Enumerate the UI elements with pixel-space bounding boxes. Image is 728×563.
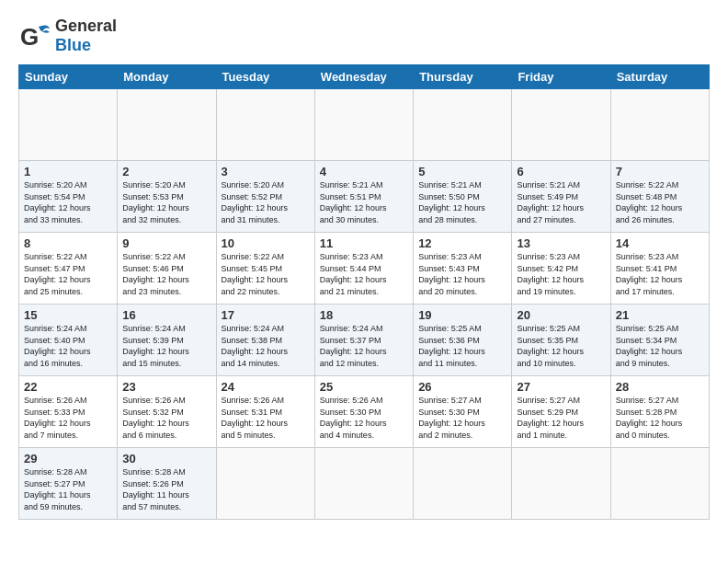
day-number: 7 <box>616 165 704 178</box>
calendar-cell: 26Sunrise: 5:27 AM Sunset: 5:30 PM Dayli… <box>414 376 512 448</box>
day-number: 14 <box>616 236 704 250</box>
calendar-cell <box>512 448 610 520</box>
day-info: Sunrise: 5:24 AM Sunset: 5:37 PM Dayligh… <box>320 323 408 369</box>
calendar-cell: 15Sunrise: 5:24 AM Sunset: 5:40 PM Dayli… <box>19 304 118 376</box>
calendar-cell <box>414 448 512 520</box>
day-info: Sunrise: 5:25 AM Sunset: 5:36 PM Dayligh… <box>418 323 506 369</box>
day-number: 6 <box>517 165 605 178</box>
day-number: 2 <box>122 165 210 178</box>
day-info: Sunrise: 5:22 AM Sunset: 5:48 PM Dayligh… <box>616 179 704 225</box>
day-info: Sunrise: 5:23 AM Sunset: 5:41 PM Dayligh… <box>616 251 704 297</box>
calendar-cell <box>610 89 709 161</box>
day-number: 13 <box>517 236 605 250</box>
calendar-cell: 14Sunrise: 5:23 AM Sunset: 5:41 PM Dayli… <box>610 233 709 304</box>
day-info: Sunrise: 5:26 AM Sunset: 5:32 PM Dayligh… <box>122 395 210 441</box>
calendar-cell: 27Sunrise: 5:27 AM Sunset: 5:29 PM Dayli… <box>512 376 610 448</box>
day-number: 28 <box>616 380 704 394</box>
day-info: Sunrise: 5:22 AM Sunset: 5:47 PM Dayligh… <box>24 251 112 297</box>
calendar-cell: 28Sunrise: 5:27 AM Sunset: 5:28 PM Dayli… <box>610 376 709 448</box>
day-number: 5 <box>418 165 506 178</box>
calendar-week-4: 22Sunrise: 5:26 AM Sunset: 5:33 PM Dayli… <box>19 376 710 448</box>
calendar-cell: 17Sunrise: 5:24 AM Sunset: 5:38 PM Dayli… <box>216 304 314 376</box>
day-info: Sunrise: 5:28 AM Sunset: 5:27 PM Dayligh… <box>24 466 112 512</box>
day-number: 29 <box>24 452 112 465</box>
day-number: 15 <box>24 308 112 322</box>
day-info: Sunrise: 5:26 AM Sunset: 5:33 PM Dayligh… <box>24 395 112 441</box>
day-info: Sunrise: 5:25 AM Sunset: 5:34 PM Dayligh… <box>616 323 704 369</box>
day-number: 12 <box>418 236 506 250</box>
day-number: 11 <box>320 236 408 250</box>
calendar-cell: 7Sunrise: 5:22 AM Sunset: 5:48 PM Daylig… <box>610 161 709 233</box>
calendar-cell <box>610 448 709 520</box>
calendar-cell: 5Sunrise: 5:21 AM Sunset: 5:50 PM Daylig… <box>414 161 512 233</box>
day-number: 25 <box>320 380 408 394</box>
day-number: 17 <box>222 308 310 322</box>
calendar-cell <box>314 89 413 161</box>
calendar-header-row: Sunday Monday Tuesday Wednesday Thursday… <box>19 65 710 89</box>
day-info: Sunrise: 5:24 AM Sunset: 5:38 PM Dayligh… <box>222 323 310 369</box>
day-number: 3 <box>222 165 310 178</box>
day-info: Sunrise: 5:23 AM Sunset: 5:42 PM Dayligh… <box>517 251 605 297</box>
day-number: 9 <box>122 236 210 250</box>
day-info: Sunrise: 5:20 AM Sunset: 5:54 PM Dayligh… <box>24 179 112 225</box>
col-wednesday: Wednesday <box>314 65 413 89</box>
calendar-cell: 13Sunrise: 5:23 AM Sunset: 5:42 PM Dayli… <box>512 233 610 304</box>
day-info: Sunrise: 5:20 AM Sunset: 5:53 PM Dayligh… <box>122 179 210 225</box>
col-monday: Monday <box>118 65 216 89</box>
svg-text:G: G <box>20 23 39 51</box>
day-info: Sunrise: 5:22 AM Sunset: 5:45 PM Dayligh… <box>222 251 310 297</box>
day-number: 24 <box>222 380 310 394</box>
logo: G General Blue <box>18 17 117 55</box>
page: G General Blue Sunday Monday Tuesday Wed… <box>0 0 728 529</box>
day-info: Sunrise: 5:26 AM Sunset: 5:31 PM Dayligh… <box>222 395 310 441</box>
calendar-cell: 6Sunrise: 5:21 AM Sunset: 5:49 PM Daylig… <box>512 161 610 233</box>
calendar-week-5: 29Sunrise: 5:28 AM Sunset: 5:27 PM Dayli… <box>19 448 710 520</box>
day-number: 23 <box>122 380 210 394</box>
day-info: Sunrise: 5:23 AM Sunset: 5:43 PM Dayligh… <box>418 251 506 297</box>
day-info: Sunrise: 5:21 AM Sunset: 5:50 PM Dayligh… <box>418 179 506 225</box>
col-friday: Friday <box>512 65 610 89</box>
calendar-cell: 8Sunrise: 5:22 AM Sunset: 5:47 PM Daylig… <box>19 233 118 304</box>
col-tuesday: Tuesday <box>216 65 314 89</box>
logo-blue: Blue <box>55 36 91 54</box>
day-number: 19 <box>418 308 506 322</box>
day-number: 30 <box>122 452 210 465</box>
day-info: Sunrise: 5:20 AM Sunset: 5:52 PM Dayligh… <box>222 179 310 225</box>
calendar-cell: 12Sunrise: 5:23 AM Sunset: 5:43 PM Dayli… <box>414 233 512 304</box>
calendar-cell: 20Sunrise: 5:25 AM Sunset: 5:35 PM Dayli… <box>512 304 610 376</box>
calendar-cell: 25Sunrise: 5:26 AM Sunset: 5:30 PM Dayli… <box>314 376 413 448</box>
calendar-cell <box>118 89 216 161</box>
day-number: 4 <box>320 165 408 178</box>
calendar-cell: 10Sunrise: 5:22 AM Sunset: 5:45 PM Dayli… <box>216 233 314 304</box>
day-info: Sunrise: 5:26 AM Sunset: 5:30 PM Dayligh… <box>320 395 408 441</box>
day-info: Sunrise: 5:21 AM Sunset: 5:51 PM Dayligh… <box>320 179 408 225</box>
calendar-cell: 19Sunrise: 5:25 AM Sunset: 5:36 PM Dayli… <box>414 304 512 376</box>
calendar-cell: 3Sunrise: 5:20 AM Sunset: 5:52 PM Daylig… <box>216 161 314 233</box>
calendar-cell <box>216 448 314 520</box>
day-info: Sunrise: 5:27 AM Sunset: 5:28 PM Dayligh… <box>616 395 704 441</box>
day-number: 20 <box>517 308 605 322</box>
calendar-cell <box>512 89 610 161</box>
day-number: 21 <box>616 308 704 322</box>
day-number: 16 <box>122 308 210 322</box>
calendar-cell: 30Sunrise: 5:28 AM Sunset: 5:26 PM Dayli… <box>118 448 216 520</box>
calendar-cell: 1Sunrise: 5:20 AM Sunset: 5:54 PM Daylig… <box>19 161 118 233</box>
day-number: 8 <box>24 236 112 250</box>
day-number: 1 <box>24 165 112 178</box>
calendar-cell: 2Sunrise: 5:20 AM Sunset: 5:53 PM Daylig… <box>118 161 216 233</box>
day-info: Sunrise: 5:27 AM Sunset: 5:30 PM Dayligh… <box>418 395 506 441</box>
calendar-cell: 4Sunrise: 5:21 AM Sunset: 5:51 PM Daylig… <box>314 161 413 233</box>
col-sunday: Sunday <box>19 65 118 89</box>
col-saturday: Saturday <box>610 65 709 89</box>
calendar-table: Sunday Monday Tuesday Wednesday Thursday… <box>18 64 710 520</box>
day-info: Sunrise: 5:25 AM Sunset: 5:35 PM Dayligh… <box>517 323 605 369</box>
day-number: 26 <box>418 380 506 394</box>
calendar-cell: 18Sunrise: 5:24 AM Sunset: 5:37 PM Dayli… <box>314 304 413 376</box>
day-info: Sunrise: 5:23 AM Sunset: 5:44 PM Dayligh… <box>320 251 408 297</box>
calendar-cell: 11Sunrise: 5:23 AM Sunset: 5:44 PM Dayli… <box>314 233 413 304</box>
day-number: 10 <box>222 236 310 250</box>
day-info: Sunrise: 5:22 AM Sunset: 5:46 PM Dayligh… <box>122 251 210 297</box>
calendar-cell: 29Sunrise: 5:28 AM Sunset: 5:27 PM Dayli… <box>19 448 118 520</box>
calendar-week-2: 8Sunrise: 5:22 AM Sunset: 5:47 PM Daylig… <box>19 233 710 304</box>
day-info: Sunrise: 5:24 AM Sunset: 5:39 PM Dayligh… <box>122 323 210 369</box>
